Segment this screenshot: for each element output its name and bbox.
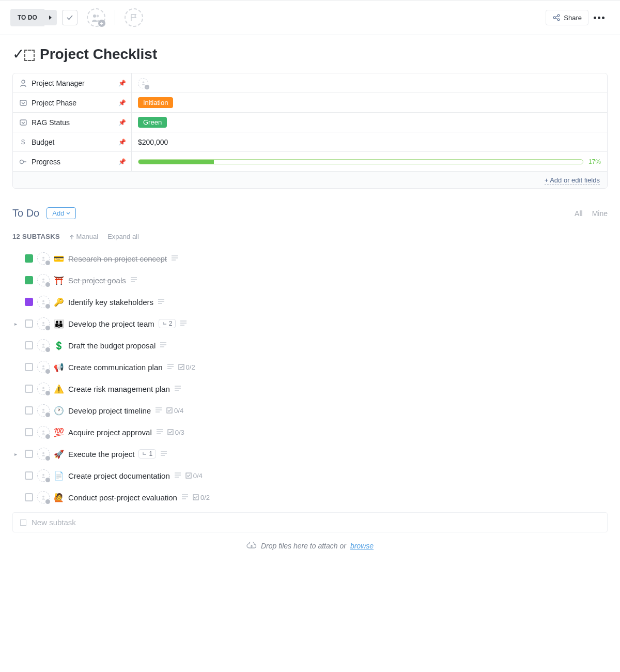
assignee-button[interactable] xyxy=(37,296,50,308)
description-icon[interactable] xyxy=(181,493,189,501)
checklist-count[interactable]: 0/3 xyxy=(167,429,184,436)
filter-all[interactable]: All xyxy=(575,209,583,218)
add-edit-fields-link[interactable]: + Add or edit fields xyxy=(545,176,600,185)
field-project-phase[interactable]: Project Phase 📌 Initiation xyxy=(13,93,607,113)
sort-button[interactable]: Manual xyxy=(69,233,98,240)
status-checkbox[interactable] xyxy=(25,385,33,393)
field-value[interactable]: Initiation xyxy=(132,93,607,112)
status-checkbox[interactable] xyxy=(25,471,33,480)
description-icon[interactable] xyxy=(174,385,181,393)
add-subtask-button[interactable]: Add xyxy=(47,207,76,219)
field-progress[interactable]: Progress 📌 17% xyxy=(13,152,607,172)
subtask-item[interactable]: 🔑Identify key stakeholders xyxy=(12,291,608,313)
subtask-item[interactable]: 📢Create communication plan0/2 xyxy=(12,356,608,378)
subtask-item[interactable]: 💯Acquire project approval0/3 xyxy=(12,421,608,443)
expand-caret-icon[interactable]: ▸ xyxy=(14,321,21,327)
description-icon[interactable] xyxy=(167,363,174,371)
subtask-count-badge[interactable]: 1 xyxy=(138,449,156,459)
more-menu-button[interactable] xyxy=(588,13,610,22)
checklist-count[interactable]: 0/4 xyxy=(185,472,203,480)
new-subtask-input[interactable]: New subtask xyxy=(12,512,608,532)
share-button[interactable]: Share xyxy=(546,10,588,25)
subtask-item[interactable]: ▸👪Develop the project team2 xyxy=(12,313,608,334)
task-title[interactable]: Draft the budget proposal xyxy=(68,341,156,350)
subtask-item[interactable]: 🙋Conduct post-project evaluation0/2 xyxy=(12,486,608,508)
pin-icon[interactable]: 📌 xyxy=(118,99,126,106)
field-value[interactable]: 17% xyxy=(132,152,607,171)
progress-bar[interactable] xyxy=(138,159,583,164)
field-budget[interactable]: $ Budget 📌 $200,000 xyxy=(13,132,607,152)
add-assignee-button[interactable]: + xyxy=(87,8,105,27)
description-icon[interactable] xyxy=(130,276,137,284)
task-title[interactable]: Research on project concept xyxy=(68,254,167,263)
field-project-manager[interactable]: Project Manager 📌 + xyxy=(13,73,607,93)
task-title[interactable]: Create communication plan xyxy=(68,363,163,372)
description-icon[interactable] xyxy=(155,406,162,415)
task-title[interactable]: Conduct post-project evaluation xyxy=(68,493,177,502)
description-icon[interactable] xyxy=(174,471,181,480)
status-next-button[interactable] xyxy=(44,10,57,25)
description-icon[interactable] xyxy=(160,450,167,458)
expand-caret-icon[interactable]: ▸ xyxy=(14,451,21,457)
subtask-item[interactable]: ⛩️Set project goals xyxy=(12,269,608,291)
assignee-button[interactable] xyxy=(37,426,50,438)
task-title[interactable]: Set project goals xyxy=(68,276,126,285)
assignee-button[interactable] xyxy=(37,317,50,330)
mark-complete-button[interactable] xyxy=(62,10,78,25)
status-checkbox[interactable] xyxy=(25,276,33,284)
assignee-button[interactable] xyxy=(37,404,50,417)
subtask-item[interactable]: 💳Research on project concept xyxy=(12,248,608,269)
description-icon[interactable] xyxy=(156,428,163,436)
task-title[interactable]: Execute the project xyxy=(68,450,134,459)
status-checkbox[interactable] xyxy=(25,428,33,436)
status-checkbox[interactable] xyxy=(25,363,33,371)
field-value[interactable]: Green xyxy=(132,113,607,132)
status-checkbox[interactable] xyxy=(25,298,33,306)
assignee-button[interactable] xyxy=(37,339,50,352)
status-checkbox[interactable] xyxy=(25,341,33,349)
attachment-dropzone[interactable]: Drop files here to attach or browse xyxy=(0,532,620,559)
page-title[interactable]: Project Checklist xyxy=(40,46,157,63)
field-rag-status[interactable]: RAG Status 📌 Green xyxy=(13,113,607,132)
assignee-button[interactable] xyxy=(37,361,50,373)
pin-icon[interactable]: 📌 xyxy=(118,80,126,87)
status-checkbox[interactable] xyxy=(25,319,33,328)
checklist-count[interactable]: 0/4 xyxy=(166,407,183,415)
subtask-item[interactable]: ▸🚀Execute the project1 xyxy=(12,443,608,465)
description-icon[interactable] xyxy=(180,319,187,328)
description-icon[interactable] xyxy=(158,298,165,306)
subtask-item[interactable]: 💲Draft the budget proposal xyxy=(12,334,608,356)
task-title[interactable]: Identify key stakeholders xyxy=(68,298,153,307)
assignee-button[interactable] xyxy=(37,383,50,395)
assignee-button[interactable] xyxy=(37,491,50,503)
filter-mine[interactable]: Mine xyxy=(592,209,608,218)
field-value[interactable]: + xyxy=(132,73,607,93)
subtask-item[interactable]: ⚠️Create risk management plan xyxy=(12,378,608,400)
status-checkbox[interactable] xyxy=(25,493,33,501)
description-icon[interactable] xyxy=(171,254,178,263)
assignee-button[interactable] xyxy=(37,274,50,286)
status-checkbox[interactable] xyxy=(25,406,33,415)
expand-all-button[interactable]: Expand all xyxy=(107,233,139,240)
checklist-count[interactable]: 0/2 xyxy=(193,494,210,501)
status-checkbox[interactable] xyxy=(25,254,33,263)
checklist-count[interactable]: 0/2 xyxy=(178,363,195,371)
status-checkbox[interactable] xyxy=(25,450,33,458)
task-title[interactable]: Create project documentation xyxy=(68,471,170,480)
assignee-button[interactable] xyxy=(37,252,50,265)
pin-icon[interactable]: 📌 xyxy=(118,119,126,126)
pin-icon[interactable]: 📌 xyxy=(118,139,126,146)
field-value[interactable]: $200,000 xyxy=(132,132,607,151)
description-icon[interactable] xyxy=(160,341,167,349)
task-title[interactable]: Develop the project team xyxy=(68,319,154,328)
subtask-item[interactable]: 📄Create project documentation0/4 xyxy=(12,465,608,486)
subtask-count-badge[interactable]: 2 xyxy=(159,319,176,328)
task-title[interactable]: Develop project timeline xyxy=(68,406,151,415)
pin-icon[interactable]: 📌 xyxy=(118,158,126,165)
status-button[interactable]: TO DO xyxy=(10,9,44,26)
assignee-button[interactable] xyxy=(37,448,50,460)
task-title[interactable]: Create risk management plan xyxy=(68,385,170,393)
assignee-button[interactable] xyxy=(37,469,50,482)
subtask-item[interactable]: 🕐Develop project timeline0/4 xyxy=(12,400,608,421)
add-person-icon[interactable]: + xyxy=(138,78,148,88)
